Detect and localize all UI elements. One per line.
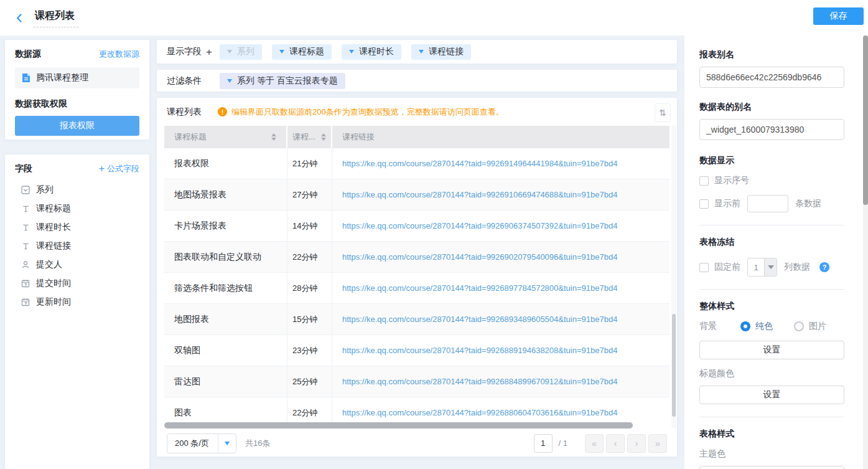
course-link[interactable]: https://ke.qq.com/course/2870144?taid=99… [342,346,617,355]
table-row[interactable]: 卡片场景报表 14分钟 https://ke.qq.com/course/287… [164,211,670,242]
column-header[interactable]: 课程标题 [164,126,287,148]
course-link[interactable]: https://ke.qq.com/course/2870144?taid=99… [342,408,617,417]
page-size-select[interactable]: 200 条/页 [167,433,236,453]
course-duration-cell: 14分钟 [287,211,332,241]
course-link[interactable]: https://ke.qq.com/course/2870144?taid=99… [342,377,617,386]
course-title-cell: 图表 [164,397,287,423]
theme-color-set-button[interactable]: 设置 [699,466,844,469]
table-alias-label: 数据表的别名 [699,102,844,113]
table-row[interactable]: 图表 22分钟 https://ke.qq.com/course/2870144… [164,397,670,423]
table-row[interactable]: 图表联动和自定义联动 22分钟 https://ke.qq.com/course… [164,242,670,273]
show-first-label: 显示前 [714,198,740,209]
display-field-tag[interactable]: 系列 [220,44,262,60]
freeze-count-select[interactable]: 1 [747,258,777,277]
field-item[interactable]: 课程链接 [15,237,139,255]
sort-arrows-icon[interactable] [271,133,276,141]
solid-color-radio[interactable]: 纯色 [740,321,773,332]
back-icon[interactable] [11,10,27,26]
scrollbar-thumb[interactable] [672,314,676,417]
field-item[interactable]: 课程标题 [15,199,139,218]
course-link[interactable]: https://ke.qq.com/course/2870144?taid=99… [342,190,617,199]
course-link[interactable]: https://ke.qq.com/course/2870144?taid=99… [342,159,617,168]
report-alias-input[interactable] [699,67,844,88]
course-title-cell: 双轴图 [164,335,287,366]
data-display-title: 数据显示 [699,155,844,166]
filter-bar: 过滤条件 系列 等于 百宝云报表专题 [157,70,677,92]
course-link[interactable]: https://ke.qq.com/course/2870144?taid=99… [342,252,617,262]
add-display-field-button[interactable]: + [206,47,212,57]
settings-panel: 报表别名 数据表的别名 数据显示 显示序号 显示前 条数据 表格冻结 固定前 1… [684,36,863,469]
prev-page-button[interactable]: ‹ [606,434,625,453]
last-page-button[interactable]: » [648,434,667,453]
show-index-label: 显示序号 [714,175,749,186]
course-link[interactable]: https://ke.qq.com/course/2870144?taid=99… [342,315,617,324]
course-duration-cell: 28分钟 [287,273,332,303]
display-field-tag[interactable]: 课程链接 [411,44,471,60]
course-link-cell: https://ke.qq.com/course/2870144?taid=99… [332,366,670,397]
table-row[interactable]: 筛选条件和筛选按钮 28分钟 https://ke.qq.com/course/… [164,273,670,304]
sort-toggle-button[interactable]: ⇅ [655,103,671,122]
text-field-icon [21,204,30,213]
field-item[interactable]: 提交时间 [15,274,139,293]
field-item[interactable]: 提交人 [15,255,139,274]
show-index-checkbox[interactable] [699,176,709,186]
course-link-cell: https://ke.qq.com/course/2870144?taid=99… [332,211,670,241]
chevron-down-icon [419,50,424,54]
table-row[interactable]: 报表权限 21分钟 https://ke.qq.com/course/28701… [164,148,670,179]
title-color-set-button[interactable]: 设置 [699,386,844,404]
pagination-bar: 200 条/页 共16条 / 1 « ‹ › » [157,430,677,457]
report-permission-button[interactable]: 报表权限 [15,116,139,136]
row-limit-input[interactable] [747,195,788,212]
save-button[interactable]: 保存 [813,7,864,25]
table-row[interactable]: 雷达图 25分钟 https://ke.qq.com/course/287014… [164,366,670,397]
first-page-button[interactable]: « [585,434,604,453]
datasource-item[interactable]: 腾讯课程整理 [15,67,139,88]
display-field-tag[interactable]: 课程时长 [342,44,401,60]
course-duration-cell: 15分钟 [287,304,332,334]
table-alias-input[interactable] [699,119,844,140]
page-count: / 1 [559,438,567,448]
course-title-cell: 报表权限 [164,148,287,179]
course-link[interactable]: https://ke.qq.com/course/2870144?taid=99… [342,283,617,293]
page-scrollbar [863,36,868,469]
column-header: 课程链接 [332,126,670,148]
page-title: 课程列表 [34,8,78,27]
filter-condition-tag[interactable]: 系列 等于 百宝云报表专题 [220,73,345,89]
table-row[interactable]: 双轴图 23分钟 https://ke.qq.com/course/287014… [164,335,670,366]
change-datasource-link[interactable]: 更改数据源 [99,49,139,60]
select-field-icon [21,186,30,194]
course-duration-cell: 23分钟 [287,335,332,366]
display-field-tag[interactable]: 课程标题 [272,44,332,60]
text-field-icon [21,242,30,250]
fields-panel: 字段 + 公式字段 系列 课程标题 课程时长 课程链接 提交人 提交时间 更新时… [5,154,149,469]
background-set-button[interactable]: 设置 [699,341,844,359]
help-icon[interactable]: ? [819,262,829,272]
freeze-checkbox[interactable] [699,263,709,272]
sort-arrows-icon[interactable] [321,133,326,141]
course-link-cell: https://ke.qq.com/course/2870144?taid=99… [332,242,670,272]
warning-icon: ! [218,107,227,116]
table-vertical-scrollbar [671,125,676,429]
field-item[interactable]: 系列 [15,181,139,199]
page-number-input[interactable] [534,434,553,453]
course-link[interactable]: https://ke.qq.com/course/2870144?taid=99… [342,221,617,230]
scrollbar-thumb[interactable] [164,422,633,429]
display-fields-bar: 显示字段 + 系列 课程标题 课程时长 课程链接 [157,40,677,64]
datasource-title: 数据源 [15,49,41,60]
course-duration-cell: 25分钟 [287,366,332,397]
scrollbar-thumb[interactable] [863,36,868,205]
permission-title: 数据获取权限 [15,98,139,110]
theme-color-label: 主题色 [699,448,844,460]
next-page-button[interactable]: › [627,434,646,453]
column-header[interactable]: 课程... [287,126,332,148]
plus-icon: + [99,164,105,174]
field-item[interactable]: 课程时长 [15,218,139,237]
table-row[interactable]: 地图报表 15分钟 https://ke.qq.com/course/28701… [164,304,670,335]
add-formula-field-link[interactable]: + 公式字段 [99,163,139,174]
field-item[interactable]: 更新时间 [15,293,139,311]
show-first-checkbox[interactable] [699,199,709,209]
table-row[interactable]: 地图场景报表 27分钟 https://ke.qq.com/course/287… [164,179,670,211]
image-radio[interactable]: 图片 [794,321,826,332]
rows-suffix-label: 条数据 [795,198,821,209]
table-header: 课程标题 课程... 课程链接 [164,126,670,148]
